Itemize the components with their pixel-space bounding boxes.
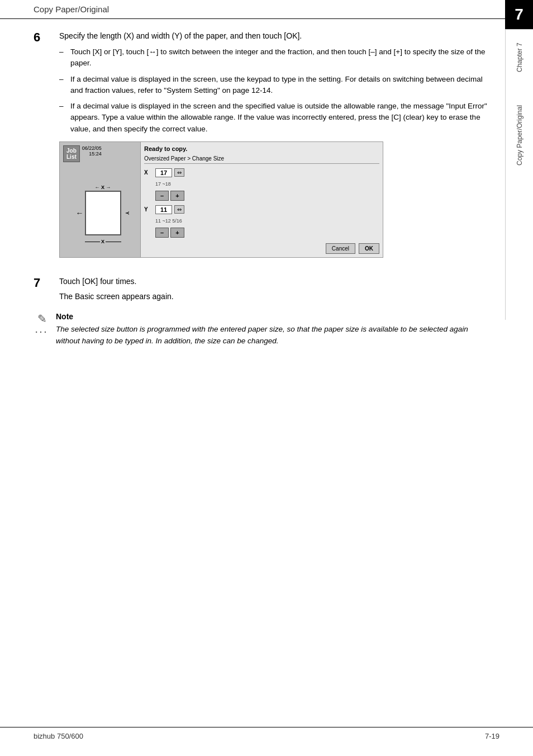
y-row: Y 11 ⇔ xyxy=(144,205,379,214)
bullet-3-text: If a decimal value is displayed in the s… xyxy=(70,101,494,135)
main-content: 6 Specify the length (X) and width (Y) o… xyxy=(0,19,533,358)
step-6-content: Specify the length (X) and width (Y) of … xyxy=(59,30,494,264)
step-6-number: 6 xyxy=(34,30,50,264)
footer-brand: bizhub 750/600 xyxy=(34,732,83,740)
y-arrow-btn[interactable]: ⇔ xyxy=(174,205,184,214)
screen-time: 15:24 xyxy=(89,151,102,157)
note-text: The selected size button is programmed w… xyxy=(56,323,494,347)
screen-date: 06/22/05 xyxy=(82,145,102,151)
bullet-2-text: If a decimal value is displayed in the s… xyxy=(70,74,494,97)
note-section: ✎ ... Note The selected size button is p… xyxy=(34,312,494,347)
step-7: 7 Touch [OK] four times. The Basic scree… xyxy=(34,276,494,301)
y-value: 11 xyxy=(155,205,172,214)
y-label: Y xyxy=(144,206,153,212)
x-row: X 17 ⇔ xyxy=(144,168,379,177)
x-range: 17 ~18 xyxy=(155,181,171,187)
page-header: Copy Paper/Original 7 xyxy=(0,0,533,19)
paper-box: Y xyxy=(85,191,121,235)
y-minus-btn[interactable]: – xyxy=(155,228,169,238)
note-title: Note xyxy=(56,312,494,321)
screen-right-panel: Ready to copy. Oversized Paper > Change … xyxy=(141,142,383,257)
ok-button[interactable]: OK xyxy=(359,243,379,254)
note-content: Note The selected size button is program… xyxy=(56,312,494,347)
screen-action-buttons: Cancel OK xyxy=(144,243,379,254)
y-range: 11 ~12 5/16 xyxy=(155,218,182,224)
x-minus-btn[interactable]: – xyxy=(155,191,169,201)
chapter-number: 7 xyxy=(505,0,533,29)
right-sidebar: Chapter 7 Copy Paper/Original xyxy=(505,29,533,320)
screen-breadcrumb: Oversized Paper > Change Size xyxy=(144,155,379,164)
cancel-button[interactable]: Cancel xyxy=(326,243,355,254)
bullet-3: – If a decimal value is displayed in the… xyxy=(59,101,494,135)
step-7-title: Touch [OK] four times. xyxy=(59,276,494,287)
x-arrow-btn[interactable]: ⇔ xyxy=(174,168,184,177)
y-pm-row: – + xyxy=(155,228,379,238)
bullet-1: – Touch [X] or [Y], touch [↔] to switch … xyxy=(59,46,494,69)
step-7-subtitle: The Basic screen appears again. xyxy=(59,292,494,301)
screen-left-panel: JobList 06/22/05 15:24 ← X → xyxy=(60,142,141,257)
sidebar-section-label: Copy Paper/Original xyxy=(506,85,533,186)
footer-page-number: 7-19 xyxy=(485,732,499,740)
x-value: 17 xyxy=(155,168,172,177)
step-7-number: 7 xyxy=(34,276,50,301)
paper-diagram: ← X → Y X xyxy=(63,164,137,254)
bullet-2: – If a decimal value is displayed in the… xyxy=(59,74,494,97)
dash-1: – xyxy=(59,46,66,69)
step-6: 6 Specify the length (X) and width (Y) o… xyxy=(34,30,494,264)
x-plus-btn[interactable]: + xyxy=(170,191,184,201)
step-6-bullets: – Touch [X] or [Y], touch [↔] to switch … xyxy=(59,46,494,135)
dash-2: – xyxy=(59,74,66,97)
dash-3: – xyxy=(59,101,66,135)
y-plus-btn[interactable]: + xyxy=(170,228,184,238)
screen-status: Ready to copy. xyxy=(144,145,379,152)
bullet-1-text: Touch [X] or [Y], touch [↔] to switch be… xyxy=(70,46,494,69)
x-pm-row: – + xyxy=(155,191,379,201)
page-footer: bizhub 750/600 7-19 xyxy=(0,727,533,745)
step-7-content: Touch [OK] four times. The Basic screen … xyxy=(59,276,494,301)
note-pencil-icon: ✎ xyxy=(37,312,47,325)
header-title: Copy Paper/Original xyxy=(34,4,109,14)
job-list-button[interactable]: JobList xyxy=(63,145,80,162)
screen-image: JobList 06/22/05 15:24 ← X → xyxy=(59,141,383,258)
sidebar-chapter-label: Chapter 7 xyxy=(506,29,533,85)
step-6-title: Specify the length (X) and width (Y) of … xyxy=(59,30,494,42)
note-dots: ... xyxy=(35,325,49,334)
x-label: X xyxy=(144,169,153,176)
